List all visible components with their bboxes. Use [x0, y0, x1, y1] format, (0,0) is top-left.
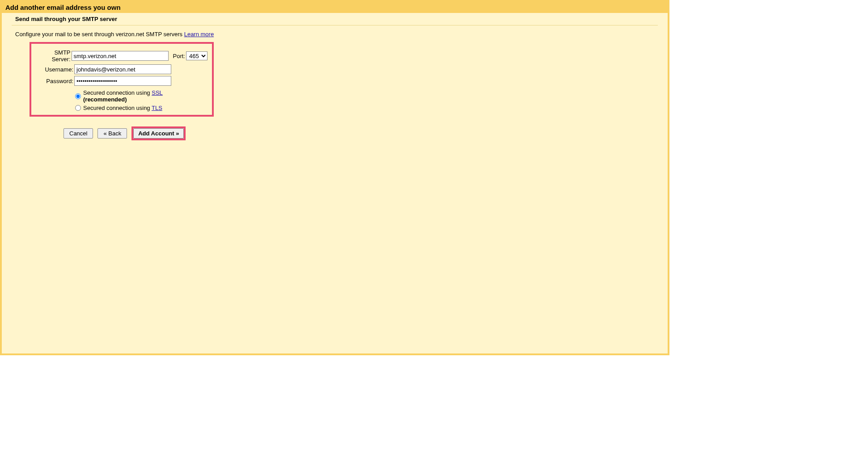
- config-prefix-text: Configure your mail to be sent through v…: [15, 31, 184, 38]
- ssl-text: Secured connection using SSL (recommende…: [83, 89, 207, 103]
- port-label: Port:: [173, 53, 185, 59]
- username-label: Username:: [36, 66, 74, 73]
- username-row: Username:: [36, 64, 207, 74]
- password-row: Password:: [36, 76, 207, 86]
- ssl-recommended: (recommended): [83, 96, 127, 103]
- smtp-server-row: SMTP Server: Port: 465: [36, 49, 207, 63]
- tls-radio[interactable]: [75, 105, 81, 111]
- config-instruction: Configure your mail to be sent through v…: [2, 25, 668, 42]
- tls-text: Secured connection using TLS: [83, 105, 162, 111]
- smtp-form-highlight: SMTP Server: Port: 465 Username: Passwor…: [30, 42, 214, 117]
- tls-link[interactable]: TLS: [152, 105, 162, 111]
- password-input[interactable]: [74, 76, 171, 86]
- ssl-prefix: Secured connection using: [83, 89, 152, 96]
- add-account-button[interactable]: Add Account »: [133, 128, 184, 139]
- tls-radio-row: Secured connection using TLS: [75, 105, 207, 111]
- password-label: Password:: [36, 78, 74, 84]
- username-input[interactable]: [74, 64, 171, 74]
- smtp-server-input[interactable]: [72, 51, 169, 61]
- cancel-button[interactable]: Cancel: [64, 128, 93, 139]
- smtp-server-label: SMTP Server:: [36, 49, 72, 63]
- tls-prefix: Secured connection using: [83, 105, 152, 111]
- window-title: Add another email address you own: [2, 2, 668, 13]
- ssl-link[interactable]: SSL: [152, 89, 163, 96]
- smtp-subtitle: Send mail through your SMTP server: [2, 13, 668, 25]
- back-button[interactable]: « Back: [97, 128, 127, 139]
- port-select[interactable]: 465: [186, 51, 207, 60]
- add-email-window: Add another email address you own Send m…: [0, 0, 669, 355]
- learn-more-link[interactable]: Learn more: [184, 31, 214, 38]
- add-account-highlight: Add Account »: [131, 126, 186, 140]
- button-row: Cancel « Back Add Account »: [64, 126, 668, 140]
- ssl-radio-row: Secured connection using SSL (recommende…: [75, 89, 207, 103]
- ssl-radio[interactable]: [75, 93, 81, 99]
